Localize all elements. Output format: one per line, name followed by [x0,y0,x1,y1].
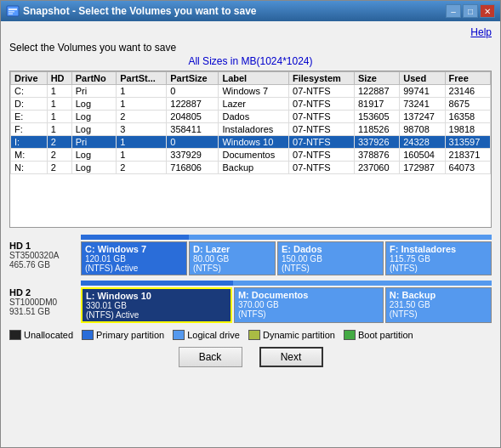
help-link[interactable]: Help [470,26,492,38]
table-header-row: Drive HD PartNo PartSt... PartSize Label… [11,72,491,85]
col-used: Used [400,72,445,85]
help-row: Help [9,26,492,38]
table-row[interactable]: M:2Log1337929Documentos07-NTFS3788761605… [11,149,491,162]
table-row[interactable]: C:1Pri10Windows 707-NTFS1228879974123146 [11,85,491,98]
legend-label: Unallocated [24,330,73,340]
legend-label: Boot partition [358,330,413,340]
table-row[interactable]: N:2Log2716806Backup07-NTFS23706017298764… [11,162,491,174]
close-button[interactable]: ✕ [480,4,495,18]
col-hd: HD [47,72,71,85]
legend-label: Logical drive [187,330,240,340]
minimize-button[interactable]: – [446,4,461,18]
disk-map: HD 1ST3500320A465.76 GBC: Windows 7120.0… [9,235,492,323]
partition-block[interactable]: F: Instaladores115.75 GB(NTFS) [385,241,492,275]
legend-item: Dynamic partition [248,330,335,340]
back-button[interactable]: Back [179,347,242,367]
disk-label-hd2: HD 2ST1000DM0931.51 GB [9,281,77,323]
legend-item: Boot partition [344,330,413,340]
subtitle: Select the Volumes you want to save [9,42,492,54]
content-area: Help Select the Volumes you want to save… [1,21,500,447]
disk-row-hd1: HD 1ST3500320A465.76 GBC: Windows 7120.0… [9,235,492,275]
disk-label-hd1: HD 1ST3500320A465.76 GB [9,235,77,275]
svg-rect-1 [9,9,17,10]
legend-item: Primary partition [82,330,164,340]
legend-color-box [9,330,21,340]
next-button[interactable]: Next [259,347,323,367]
volumes-table-wrapper: Drive HD PartNo PartSt... PartSize Label… [9,71,492,228]
main-window: Snapshot - Select the Volumes you want t… [0,0,501,448]
button-row: Back Next [9,347,492,367]
table-row[interactable]: I:2Pri10Windows 1007-NTFS337926243283135… [11,136,491,149]
col-partsize: PartSize [167,72,219,85]
col-label: Label [219,72,289,85]
col-free: Free [445,72,490,85]
col-size: Size [354,72,399,85]
legend-label: Primary partition [96,330,164,340]
partition-block[interactable]: M: Documentos370.00 GB(NTFS) [234,287,384,323]
legend-color-box [344,330,356,340]
partition-block[interactable]: D: Lazer80.00 GB(NTFS) [189,241,276,275]
table-row[interactable]: E:1Log2204805Dados07-NTFS153605137247163… [11,111,491,123]
legend-item: Logical drive [173,330,240,340]
window-title: Snapshot - Select the Volumes you want t… [23,5,257,17]
size-info: All Sizes in MB(1024*1024) [9,55,492,67]
partition-block[interactable]: E: Dados150.00 GB(NTFS) [277,241,384,275]
app-icon [6,4,20,18]
legend-color-box [173,330,185,340]
partition-block[interactable]: N: Backup231.50 GB(NTFS) [385,287,492,323]
col-partst: PartSt... [117,72,167,85]
title-bar-left: Snapshot - Select the Volumes you want t… [6,4,257,18]
svg-rect-3 [9,14,13,15]
partition-block[interactable]: C: Windows 7120.01 GB(NTFS) Active [81,241,187,275]
col-partno: PartNo [71,72,117,85]
legend-item: Unallocated [9,330,73,340]
legend-label: Dynamic partition [263,330,335,340]
title-bar: Snapshot - Select the Volumes you want t… [1,1,500,21]
legend-color-box [248,330,260,340]
maximize-button[interactable]: □ [463,4,478,18]
table-row[interactable]: D:1Log1122887Lazer07-NTFS81917732418675 [11,98,491,111]
disk-row-hd2: HD 2ST1000DM0931.51 GBL: Windows 10330.0… [9,281,492,323]
svg-rect-2 [9,11,14,13]
partition-block[interactable]: L: Windows 10330.01 GB(NTFS) Active [81,287,232,323]
window-controls: – □ ✕ [446,4,495,18]
table-row[interactable]: F:1Log3358411Instaladores07-NTFS11852698… [11,123,491,136]
col-filesystem: Filesystem [289,72,355,85]
legend: UnallocatedPrimary partitionLogical driv… [9,330,492,340]
volumes-table: Drive HD PartNo PartSt... PartSize Label… [10,71,491,174]
col-drive: Drive [11,72,48,85]
legend-color-box [82,330,94,340]
